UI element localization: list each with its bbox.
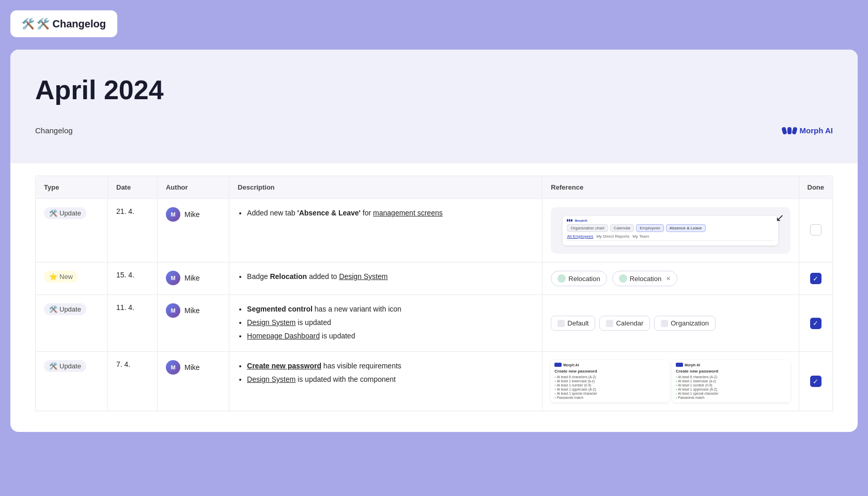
type-cell: ⭐ New bbox=[36, 262, 108, 295]
checkbox-empty[interactable] bbox=[810, 224, 822, 236]
author-cell: M Mike bbox=[157, 352, 229, 411]
table-row: 🛠️ Update 11. 4. M Mike Segmented con bbox=[36, 295, 833, 352]
col-description: Description bbox=[229, 176, 542, 199]
col-reference: Reference bbox=[542, 176, 799, 199]
author-cell: M Mike bbox=[157, 199, 229, 262]
col-date: Date bbox=[108, 176, 158, 199]
design-system-link[interactable]: Design System bbox=[339, 272, 388, 281]
type-badge-update: 🛠️ Update bbox=[44, 360, 86, 372]
pill-label: Relocation bbox=[568, 275, 600, 283]
avatar: M bbox=[166, 207, 180, 222]
pw-logo bbox=[554, 363, 562, 367]
col-done: Done bbox=[799, 176, 833, 199]
type-cell: 🛠️ Update bbox=[36, 199, 108, 262]
ref-tab: Calendar bbox=[610, 224, 634, 232]
table-row: ⭐ New 15. 4. M Mike Badge Relocation a bbox=[36, 262, 833, 295]
date-cell: 21. 4. bbox=[108, 199, 158, 262]
table-row: 🛠️ Update 7. 4. M Mike Create new pas bbox=[36, 352, 833, 411]
avatar: M bbox=[166, 360, 180, 375]
type-cell: 🛠️ Update bbox=[36, 295, 108, 352]
author-name: Mike bbox=[184, 363, 200, 371]
done-cell[interactable]: ✓ bbox=[799, 262, 833, 295]
desc-list: Badge Relocation added to Design System bbox=[238, 271, 534, 283]
date-cell: 11. 4. bbox=[108, 295, 158, 352]
ref-cell: Relocation Relocation ✕ bbox=[542, 262, 799, 295]
ref-tab-active: Absence & Leave bbox=[666, 224, 706, 232]
done-cell[interactable]: ✓ bbox=[799, 295, 833, 352]
password-card-header: Morph AI bbox=[676, 363, 787, 367]
update-icon: 🛠️ bbox=[49, 305, 57, 313]
done-cell[interactable]: ✓ bbox=[799, 352, 833, 411]
password-card-after: Morph AI Create new password At least 8 … bbox=[672, 360, 791, 402]
relocation-icon2 bbox=[619, 274, 627, 283]
segmented-pills: Default Calendar Organization bbox=[551, 316, 790, 331]
ref-subtab-active: All Employees bbox=[567, 234, 593, 239]
checkbox-checked[interactable]: ✓ bbox=[810, 273, 822, 284]
seg-pill-calendar: Calendar bbox=[599, 316, 650, 331]
ref-subtab: My Team bbox=[632, 234, 649, 239]
ref-tab: Organization chart bbox=[567, 224, 608, 232]
hero-section: April 2024 Changelog Morph AI bbox=[10, 50, 858, 163]
pw-req: At least 1 special character bbox=[554, 392, 665, 395]
author-info: M Mike bbox=[166, 303, 221, 318]
ref-cell: Morph AI Create new password At least 8 … bbox=[542, 352, 799, 411]
default-icon bbox=[557, 320, 565, 327]
date-cell: 7. 4. bbox=[108, 352, 158, 411]
seg-pill-org: Organization bbox=[654, 316, 716, 331]
pw-req: Passwords match bbox=[554, 396, 665, 399]
author-info: M Mike bbox=[166, 207, 221, 222]
homepage-dashboard-link[interactable]: Homepage Dashboard bbox=[247, 332, 320, 340]
checkbox-checked[interactable]: ✓ bbox=[810, 318, 822, 329]
desc-list: Added new tab 'Absence & Leave' for mana… bbox=[238, 207, 534, 220]
design-system-link2[interactable]: Design System bbox=[247, 375, 296, 383]
pw-req: At least 1 number (0-9) bbox=[676, 383, 787, 387]
type-label: Update bbox=[59, 305, 81, 313]
desc-item: Design System is updated bbox=[247, 317, 534, 329]
morph-icon bbox=[782, 127, 797, 134]
desc-cell: Create new password has visible requirem… bbox=[229, 352, 542, 411]
avatar: M bbox=[166, 303, 180, 318]
hero-changelog-label: Changelog bbox=[35, 126, 73, 135]
author-info: M Mike bbox=[166, 271, 221, 285]
page-title: 🛠️ 🛠️ Changelog bbox=[10, 10, 117, 37]
arrow-indicator: ↙ bbox=[776, 211, 784, 224]
seg-pill-default: Default bbox=[551, 316, 595, 331]
hero-title: April 2024 bbox=[35, 74, 833, 105]
pw-req: At least 1 number (0-9) bbox=[554, 383, 665, 387]
update-icon: 🛠️ bbox=[49, 362, 57, 370]
type-label: New bbox=[59, 273, 73, 281]
desc-item: Design System is updated with the compon… bbox=[247, 374, 534, 386]
ref-tab: Employees bbox=[636, 224, 664, 232]
pill-close-icon[interactable]: ✕ bbox=[666, 275, 671, 282]
desc-item: Segmented control has a new variant with… bbox=[247, 303, 534, 316]
table-section: Type Date Author Description Reference D… bbox=[10, 176, 858, 432]
badge-pills: Relocation Relocation ✕ bbox=[551, 271, 790, 286]
desc-cell: Added new tab 'Absence & Leave' for mana… bbox=[229, 199, 542, 262]
pw-logo bbox=[676, 363, 683, 367]
author-name: Mike bbox=[184, 210, 200, 219]
pw-req-list: At least 8 characters (A-Z) At least 1 l… bbox=[554, 375, 665, 399]
seg-pill-label: Calendar bbox=[616, 319, 643, 327]
pw-card-title: Create new password bbox=[554, 369, 665, 374]
new-icon: ⭐ bbox=[49, 273, 57, 281]
morph-ai-logo: Morph AI bbox=[782, 126, 833, 135]
checkbox-checked[interactable]: ✓ bbox=[810, 376, 822, 387]
morph-logo-small: MorphAI bbox=[567, 219, 587, 222]
design-system-link[interactable]: Design System bbox=[247, 318, 296, 327]
date-cell: 15. 4. bbox=[108, 262, 158, 295]
table-row: 🛠️ Update 21. 4. M Mike Added new tab bbox=[36, 199, 833, 262]
update-icon: 🛠️ bbox=[49, 209, 57, 217]
col-type: Type bbox=[36, 176, 108, 199]
pw-req: At least 1 uppercase (A-Z) bbox=[676, 388, 787, 391]
create-password-link[interactable]: Create new password bbox=[247, 362, 321, 370]
main-card: April 2024 Changelog Morph AI Type Date … bbox=[10, 50, 858, 432]
management-screens-link[interactable]: management screens bbox=[373, 209, 443, 217]
tools-icon: 🛠️ bbox=[22, 18, 35, 30]
author-cell: M Mike bbox=[157, 295, 229, 352]
desc-item: Badge Relocation added to Design System bbox=[247, 271, 534, 283]
seg-pill-label: Default bbox=[567, 319, 588, 327]
desc-item: Added new tab 'Absence & Leave' for mana… bbox=[247, 207, 534, 220]
done-cell[interactable] bbox=[799, 199, 833, 262]
ref-tabs: Organization chart Calendar Employees Ab… bbox=[567, 224, 774, 232]
pw-req: At least 8 characters (A-Z) bbox=[554, 375, 665, 379]
